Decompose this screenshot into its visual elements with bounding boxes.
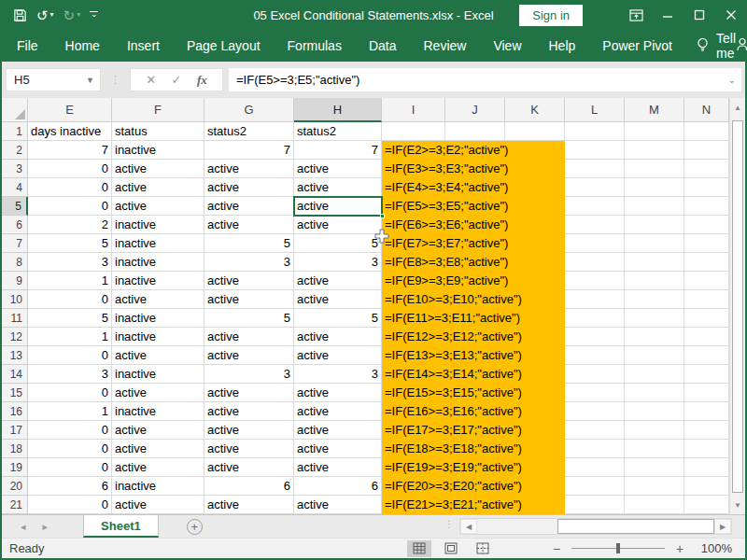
scrollbar-resize-dots[interactable]: ⋮ xyxy=(444,519,454,529)
cell-H8[interactable]: 3 xyxy=(294,253,382,272)
cell-H1[interactable]: status2 xyxy=(294,122,382,141)
cell-H15[interactable]: active xyxy=(294,384,382,402)
cell-G9[interactable]: active xyxy=(204,272,294,290)
cell-L16[interactable] xyxy=(565,402,625,421)
cell-G11[interactable]: 5 xyxy=(204,309,294,328)
cell-H5[interactable]: active xyxy=(294,197,382,216)
tab-view[interactable]: View xyxy=(493,38,521,53)
column-header-M[interactable]: M xyxy=(625,98,684,122)
cell-H13[interactable]: active xyxy=(294,346,382,365)
cell-G6[interactable]: active xyxy=(204,216,294,234)
formula-cell-I17[interactable]: =IF(E17>=3;E17;"active") xyxy=(382,421,565,440)
cell-N4[interactable] xyxy=(684,178,729,197)
cell-M19[interactable] xyxy=(625,458,684,477)
cell-G3[interactable]: active xyxy=(204,160,294,178)
cell-F5[interactable]: active xyxy=(112,197,204,216)
cell-H9[interactable]: active xyxy=(294,272,382,290)
cell-F12[interactable]: inactive xyxy=(112,328,204,346)
customize-qat-icon[interactable]: ⌄ xyxy=(90,11,98,19)
cell-L7[interactable] xyxy=(565,234,625,253)
cell-F16[interactable]: inactive xyxy=(112,402,204,421)
cell-G5[interactable]: active xyxy=(204,197,294,216)
formula-cell-I6[interactable]: =IF(E6>=3;E6;"active") xyxy=(382,216,565,234)
formula-cell-I13[interactable]: =IF(E13>=3;E13;"active") xyxy=(382,346,565,365)
cell-L14[interactable] xyxy=(565,365,625,384)
cell-F3[interactable]: active xyxy=(112,160,204,178)
cell-H21[interactable]: active xyxy=(294,496,382,514)
zoom-slider-track[interactable] xyxy=(571,548,665,549)
column-header-K[interactable]: K xyxy=(505,98,565,122)
cancel-icon[interactable]: ✕ xyxy=(146,73,156,87)
cell-E4[interactable]: 0 xyxy=(28,178,112,197)
cell-H10[interactable]: active xyxy=(294,290,382,309)
cell-G8[interactable]: 3 xyxy=(204,253,294,272)
cell-M3[interactable] xyxy=(625,160,684,178)
cell-F8[interactable]: inactive xyxy=(112,253,204,272)
cell-L10[interactable] xyxy=(565,290,625,309)
row-header-2[interactable]: 2 xyxy=(2,141,28,160)
sheet-nav-left-icon[interactable]: ◂ xyxy=(21,521,26,533)
cell-L5[interactable] xyxy=(565,197,625,216)
cell-M8[interactable] xyxy=(625,253,684,272)
undo-icon[interactable]: ↺▾ xyxy=(36,8,54,22)
formula-cell-I21[interactable]: =IF(E21>=3;E21;"active") xyxy=(382,496,565,514)
cell-H7[interactable]: 5 xyxy=(294,234,382,253)
formula-cell-I20[interactable]: =IF(E20>=3;E20;"active") xyxy=(382,477,565,496)
save-icon[interactable] xyxy=(13,8,27,22)
name-box-dropdown-icon[interactable]: ▼ xyxy=(86,76,100,85)
zoom-out-icon[interactable]: − xyxy=(549,541,564,556)
cell-E1[interactable]: days inactive xyxy=(28,122,112,141)
row-header-14[interactable]: 14 xyxy=(2,365,28,384)
cell-F20[interactable]: inactive xyxy=(112,477,204,496)
cell-E5[interactable]: 0 xyxy=(28,197,112,216)
cell-F6[interactable]: inactive xyxy=(112,216,204,234)
cell-E2[interactable]: 7 xyxy=(28,141,112,160)
tab-help[interactable]: Help xyxy=(549,38,576,53)
cell-L11[interactable] xyxy=(565,309,625,328)
row-header-5[interactable]: 5 xyxy=(2,197,28,216)
sign-in-button[interactable]: Sign in xyxy=(519,5,583,26)
cell-L12[interactable] xyxy=(565,328,625,346)
cell-E21[interactable]: 0 xyxy=(28,496,112,514)
formula-cell-I7[interactable]: =IF(E7>=3;E7;"active") xyxy=(382,234,565,253)
zoom-slider-thumb[interactable] xyxy=(616,543,620,553)
cell-E13[interactable]: 0 xyxy=(28,346,112,365)
row-header-10[interactable]: 10 xyxy=(2,290,28,309)
cell-F18[interactable]: active xyxy=(112,440,204,458)
formula-cell-I14[interactable]: =IF(E14>=3;E14;"active") xyxy=(382,365,565,384)
cell-L19[interactable] xyxy=(565,458,625,477)
cell-G17[interactable]: active xyxy=(204,421,294,440)
cell-L1[interactable] xyxy=(565,122,625,141)
cell-L15[interactable] xyxy=(565,384,625,402)
cell-G14[interactable]: 3 xyxy=(204,365,294,384)
row-header-4[interactable]: 4 xyxy=(2,178,28,197)
cell-L21[interactable] xyxy=(565,496,625,514)
column-header-G[interactable]: G xyxy=(204,98,294,122)
cell-E7[interactable]: 5 xyxy=(28,234,112,253)
cell-E18[interactable]: 0 xyxy=(28,440,112,458)
highlighted-formula-range[interactable]: =IF(E2>=3;E2;"active")=IF(E3>=3;E3;"acti… xyxy=(382,141,565,514)
page-break-preview-button[interactable] xyxy=(471,540,495,557)
formula-cell-I16[interactable]: =IF(E16>=3;E16;"active") xyxy=(382,402,565,421)
undo-dropdown-icon[interactable]: ▾ xyxy=(50,11,54,19)
cell-M10[interactable] xyxy=(625,290,684,309)
cell-L9[interactable] xyxy=(565,272,625,290)
cell-M18[interactable] xyxy=(625,440,684,458)
cell-N11[interactable] xyxy=(684,309,729,328)
cell-F15[interactable]: active xyxy=(112,384,204,402)
cell-E17[interactable]: 0 xyxy=(28,421,112,440)
cell-M15[interactable] xyxy=(625,384,684,402)
row-header-20[interactable]: 20 xyxy=(2,477,28,496)
scroll-left-icon[interactable]: ◀ xyxy=(460,519,477,534)
cell-M20[interactable] xyxy=(625,477,684,496)
column-header-F[interactable]: F xyxy=(112,98,204,122)
formula-cell-I10[interactable]: =IF(E10>=3;E10;"active") xyxy=(382,290,565,309)
row-header-12[interactable]: 12 xyxy=(2,328,28,346)
cell-E6[interactable]: 2 xyxy=(28,216,112,234)
cell-G15[interactable]: active xyxy=(204,384,294,402)
cell-F10[interactable]: active xyxy=(112,290,204,309)
name-box[interactable]: H5 ▼ xyxy=(6,68,101,91)
page-layout-view-button[interactable] xyxy=(439,540,463,557)
cell-L18[interactable] xyxy=(565,440,625,458)
cell-I1[interactable] xyxy=(382,122,445,141)
